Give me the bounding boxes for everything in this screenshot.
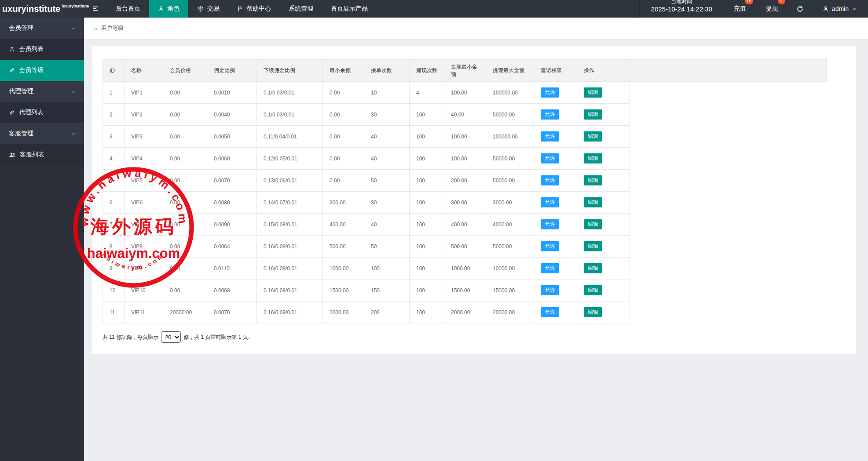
edit-button[interactable]: 编辑 <box>584 109 602 120</box>
table-row: 7VIP70.000.00900.15/0.08/0.01400.0040100… <box>103 214 827 236</box>
table-cell: 100 <box>410 301 444 323</box>
table-cell: 0.00 <box>163 214 207 236</box>
invite-permission-cell: 允许 <box>534 301 577 323</box>
table-cell-empty <box>630 170 827 192</box>
edit-button[interactable]: 编辑 <box>584 219 602 230</box>
action-cell: 编辑 <box>577 301 630 323</box>
sidebar-item-member-list[interactable]: 会员列表 <box>0 39 84 60</box>
recharge-button[interactable]: 充值 16 <box>724 0 756 18</box>
edit-button[interactable]: 编辑 <box>584 307 602 318</box>
chevron-down-icon <box>70 25 76 31</box>
sidebar-item-agent-list[interactable]: 代理列表 <box>0 102 84 123</box>
breadcrumb-label: 用户等级 <box>101 24 124 32</box>
table-cell: 0.00 <box>323 126 364 148</box>
table-cell: 100 <box>410 214 444 236</box>
column-header: ID <box>103 60 125 82</box>
allow-button[interactable]: 允许 <box>541 219 559 230</box>
edit-button[interactable]: 编辑 <box>584 153 602 164</box>
allow-button[interactable]: 允许 <box>541 109 559 120</box>
table-cell: 100 <box>410 170 444 192</box>
nav-item-home-products[interactable]: 首页展示产品 <box>322 0 377 18</box>
edit-button[interactable]: 编辑 <box>584 241 602 252</box>
table-row: 1VIP10.000.00100.1/0.03/0.010.00104100.0… <box>103 82 827 104</box>
table-row: 2VIP20.000.00400.1/0.03/0.010.003010040.… <box>103 104 827 126</box>
users-icon <box>9 151 16 158</box>
table-cell-empty <box>630 104 827 126</box>
invite-permission-cell: 允许 <box>534 214 577 236</box>
nav-item-trade[interactable]: 交易 <box>188 0 228 18</box>
allow-button[interactable]: 允许 <box>541 307 559 318</box>
table-cell: 300.00 <box>323 192 364 214</box>
table-cell: 0.00 <box>163 126 207 148</box>
table-cell: 0.0110 <box>207 258 257 280</box>
table-cell-empty <box>630 236 827 258</box>
nav-item-roles[interactable]: 角色 <box>149 0 188 18</box>
table-cell: 100 <box>410 236 444 258</box>
menu-toggle-button[interactable] <box>84 0 107 18</box>
allow-button[interactable]: 允许 <box>541 131 559 142</box>
allow-button[interactable]: 允许 <box>541 241 559 252</box>
allow-button[interactable]: 允许 <box>541 87 559 98</box>
table-cell: 100 <box>410 192 444 214</box>
edit-button[interactable]: 编辑 <box>584 197 602 208</box>
allow-button[interactable]: 允许 <box>541 197 559 208</box>
sidebar-item-member-level[interactable]: 会员等级 <box>0 60 84 81</box>
sidebar: 会员管理会员列表会员等级代理管理代理列表客服管理客服列表 <box>0 18 84 461</box>
table-cell: 1500.00 <box>323 280 364 301</box>
table-cell: 30 <box>364 104 410 126</box>
table-cell: 100000.00 <box>486 82 534 104</box>
edit-button[interactable]: 编辑 <box>584 263 602 274</box>
table-cell: 0.13/0.06/0.01 <box>257 170 323 192</box>
table-cell: 0.00 <box>163 258 207 280</box>
sidebar-group-service-mgmt[interactable]: 客服管理 <box>0 123 84 144</box>
nav-item-system[interactable]: 系统管理 <box>280 0 322 18</box>
table-cell: 3000.00 <box>486 192 534 214</box>
nav-item-home[interactable]: 后台首页 <box>107 0 149 18</box>
table-cell: 0.00 <box>323 104 364 126</box>
table-cell: 0.0090 <box>207 214 257 236</box>
table-cell: 0.1/0.03/0.01 <box>257 104 323 126</box>
table-cell: 4 <box>103 148 125 170</box>
chevron-down-icon <box>70 131 76 137</box>
table-cell: 4000.00 <box>486 214 534 236</box>
withdraw-button[interactable]: 提现 4 <box>756 0 788 18</box>
local-time-value: 2025-10-24 14:22:30 <box>651 5 712 14</box>
table-cell: 0.0060 <box>207 148 257 170</box>
column-header: 下级佣金比例 <box>257 60 323 82</box>
table-cell: 40 <box>364 126 410 148</box>
table-cell: 200.00 <box>444 170 486 192</box>
edit-button[interactable]: 编辑 <box>584 87 602 98</box>
table-cell: 7 <box>103 214 125 236</box>
column-header: 最小余额 <box>323 60 364 82</box>
allow-button[interactable]: 允许 <box>541 285 559 296</box>
nav-item-help-center[interactable]: 帮助中心 <box>228 0 280 18</box>
table-cell: 0.0064 <box>207 236 257 258</box>
refresh-button[interactable] <box>788 0 812 18</box>
page-size-select[interactable]: 20 <box>161 331 181 343</box>
table-cell: 40.00 <box>444 104 486 126</box>
table-cell: 2000.00 <box>444 301 486 323</box>
edit-button[interactable]: 编辑 <box>584 285 602 296</box>
action-cell: 编辑 <box>577 104 630 126</box>
allow-button[interactable]: 允许 <box>541 263 559 274</box>
sidebar-item-service-list[interactable]: 客服列表 <box>0 144 84 165</box>
refresh-icon <box>796 5 804 13</box>
sidebar-group-agent-mgmt[interactable]: 代理管理 <box>0 81 84 102</box>
table-cell-empty <box>630 280 827 301</box>
invite-permission-cell: 允许 <box>534 82 577 104</box>
table-cell: VIP9 <box>125 258 163 280</box>
edit-button[interactable]: 编辑 <box>584 175 602 186</box>
user-menu[interactable]: admin <box>812 0 868 18</box>
table-cell: 100.00 <box>444 148 486 170</box>
allow-button[interactable]: 允许 <box>541 153 559 164</box>
table-cell: 0.15/0.08/0.01 <box>257 214 323 236</box>
table-cell: 0.00 <box>323 82 364 104</box>
person-icon <box>9 46 15 52</box>
table-cell: 150 <box>364 280 410 301</box>
sidebar-group-member-mgmt[interactable]: 会员管理 <box>0 18 84 39</box>
allow-button[interactable]: 允许 <box>541 175 559 186</box>
chevron-up-icon <box>852 6 857 12</box>
table-cell: 9 <box>103 258 125 280</box>
edit-button[interactable]: 编辑 <box>584 131 602 142</box>
action-cell: 编辑 <box>577 192 630 214</box>
